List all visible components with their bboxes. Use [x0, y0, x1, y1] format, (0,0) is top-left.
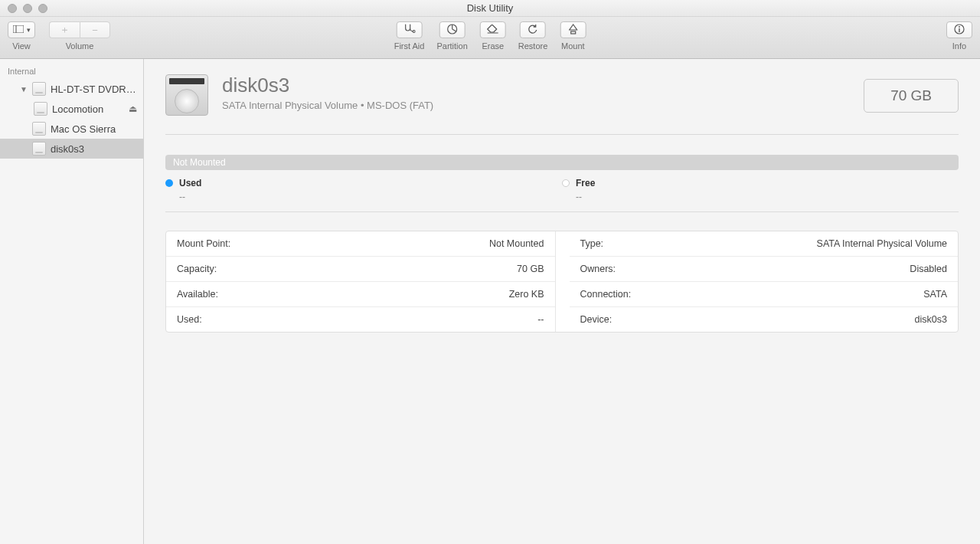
- details-col-left: Mount Point:Not MountedCapacity:70 GBAva…: [166, 231, 556, 332]
- detail-key: Owners:: [580, 264, 616, 274]
- svg-rect-0: [13, 25, 24, 33]
- sidebar-item-label: Locomotion: [52, 103, 124, 115]
- restore-arrow-icon: [528, 24, 538, 37]
- disclosure-triangle-icon[interactable]: ▼: [20, 85, 28, 93]
- mount-label: Mount: [561, 41, 585, 51]
- detail-row: Capacity:70 GB: [166, 257, 555, 282]
- sidebar-tree: ▼HL-DT-ST DVDR…Locomotion⏏Mac OS Sierrad…: [0, 79, 143, 159]
- svg-point-7: [959, 26, 960, 28]
- usage-section: Not Mounted Used -- Free: [165, 135, 959, 212]
- volume-title-block: disk0s3 SATA Internal Physical Volume • …: [222, 74, 433, 111]
- sidebar-section-internal: Internal: [0, 62, 143, 79]
- minimize-dot[interactable]: [23, 4, 32, 13]
- window-title: Disk Utility: [0, 2, 980, 14]
- sidebar-item[interactable]: disk0s3: [0, 139, 143, 159]
- volume-group: ＋ − Volume: [49, 21, 110, 51]
- detail-key: Connection:: [580, 289, 632, 300]
- volume-label: Volume: [66, 41, 94, 51]
- detail-row: Mount Point:Not Mounted: [166, 231, 555, 257]
- toolbar-center: First Aid Partition Erase: [394, 21, 586, 51]
- chevron-down-icon: ▾: [27, 26, 31, 34]
- details-table: Mount Point:Not MountedCapacity:70 GBAva…: [165, 231, 959, 333]
- partition-button[interactable]: [439, 21, 466, 38]
- erase-label: Erase: [482, 41, 504, 51]
- detail-value: Not Mounted: [489, 238, 544, 249]
- disk-icon: [32, 82, 46, 96]
- detail-key: Capacity:: [177, 264, 217, 274]
- volume-add-button[interactable]: ＋: [49, 21, 80, 38]
- free-value: --: [562, 192, 959, 202]
- eraser-icon: [487, 25, 499, 36]
- zoom-dot[interactable]: [38, 4, 47, 13]
- free-label: Free: [576, 178, 595, 188]
- volume-add-icon: ＋: [60, 23, 70, 37]
- detail-key: Type:: [580, 238, 604, 249]
- toolbar-right: Info: [946, 21, 972, 51]
- used-label: Used: [179, 178, 201, 188]
- titlebar: Disk Utility: [0, 0, 980, 17]
- close-dot[interactable]: [8, 4, 17, 13]
- used-value: --: [165, 192, 562, 202]
- detail-row: Owners:Disabled: [570, 257, 959, 282]
- info-button[interactable]: [946, 21, 972, 38]
- disk-icon: [32, 122, 46, 136]
- view-button[interactable]: ▾: [8, 21, 35, 38]
- capacity-box: 70 GB: [864, 79, 959, 113]
- volume-subtitle: SATA Internal Physical Volume • MS-DOS (…: [222, 100, 433, 111]
- hdd-icon: [165, 74, 208, 116]
- detail-key: Used:: [177, 314, 202, 325]
- toolbar: ▾ View ＋ − Volume: [0, 17, 980, 59]
- erase-button[interactable]: [480, 21, 506, 38]
- legend-used: Used --: [165, 178, 562, 202]
- detail-row: Used:--: [166, 307, 555, 332]
- sidebar-item-label: Mac OS Sierra: [51, 123, 137, 135]
- used-swatch-icon: [165, 179, 173, 187]
- volume-header: disk0s3 SATA Internal Physical Volume • …: [165, 74, 959, 135]
- detail-row: Connection:SATA: [570, 282, 959, 307]
- detail-value: disk0s3: [915, 314, 947, 325]
- volume-remove-icon: −: [92, 25, 98, 36]
- mount-button[interactable]: [560, 21, 586, 38]
- detail-row: Type:SATA Internal Physical Volume: [570, 231, 959, 257]
- content: Internal ▼HL-DT-ST DVDR…Locomotion⏏Mac O…: [0, 59, 980, 544]
- disk-icon: [34, 102, 47, 116]
- sidebar-item[interactable]: Locomotion⏏: [0, 99, 143, 119]
- usage-legend: Used -- Free --: [165, 178, 959, 202]
- detail-key: Device:: [580, 314, 612, 325]
- detail-value: Disabled: [910, 264, 947, 274]
- free-swatch-icon: [562, 179, 570, 187]
- legend-free: Free --: [562, 178, 959, 202]
- first-aid-label: First Aid: [394, 41, 425, 51]
- svg-point-2: [413, 30, 415, 32]
- detail-value: SATA Internal Physical Volume: [817, 238, 947, 249]
- usage-bar-label: Not Mounted: [173, 157, 226, 168]
- detail-value: --: [537, 314, 544, 325]
- restore-button[interactable]: [520, 21, 546, 38]
- usage-bar: Not Mounted: [165, 155, 959, 170]
- pie-icon: [447, 24, 458, 37]
- sidebar-item-label: disk0s3: [51, 143, 137, 155]
- stethoscope-icon: [403, 24, 416, 37]
- view-label: View: [12, 41, 31, 51]
- sidebar: Internal ▼HL-DT-ST DVDR…Locomotion⏏Mac O…: [0, 59, 144, 544]
- details-col-right: Type:SATA Internal Physical VolumeOwners…: [570, 231, 959, 332]
- svg-rect-5: [570, 31, 575, 34]
- window: Disk Utility ▾ View ＋ −: [0, 0, 980, 544]
- restore-label: Restore: [518, 41, 548, 51]
- traffic-lights: [0, 4, 47, 13]
- sidebar-layout-icon: [13, 25, 24, 35]
- detail-row: Device:disk0s3: [570, 307, 959, 332]
- first-aid-button[interactable]: [397, 21, 423, 38]
- main: disk0s3 SATA Internal Physical Volume • …: [144, 59, 980, 544]
- eject-icon[interactable]: ⏏: [129, 103, 137, 114]
- volume-remove-button[interactable]: −: [80, 21, 110, 38]
- sidebar-item[interactable]: Mac OS Sierra: [0, 119, 143, 139]
- volume-title: disk0s3: [222, 74, 433, 97]
- view-group: ▾ View: [8, 21, 35, 51]
- detail-row: Available:Zero KB: [166, 282, 555, 307]
- sidebar-item[interactable]: ▼HL-DT-ST DVDR…: [0, 79, 143, 99]
- detail-value: Zero KB: [509, 289, 544, 300]
- info-label: Info: [952, 41, 966, 51]
- mount-icon: [568, 24, 577, 37]
- disk-icon: [32, 142, 46, 156]
